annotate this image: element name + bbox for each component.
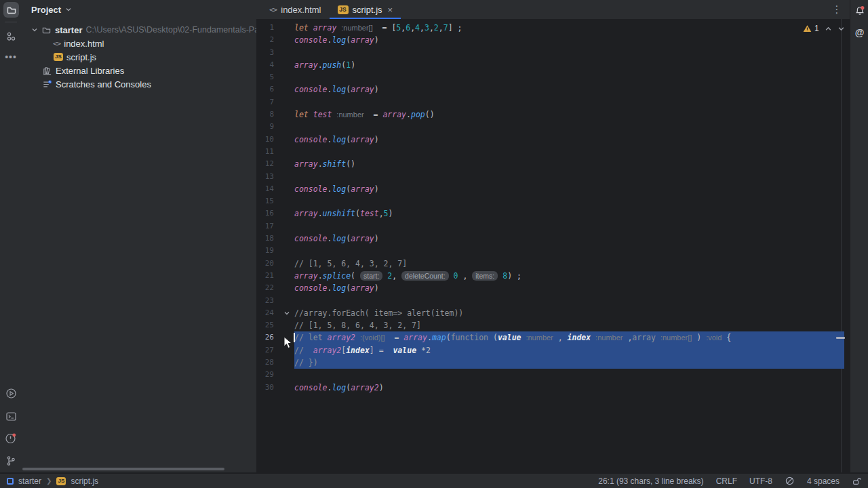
line-number[interactable]: 28 (256, 357, 274, 369)
code-line-6[interactable]: 6console.log(array) (256, 83, 850, 96)
line-number[interactable]: 17 (256, 220, 274, 232)
code-line-19[interactable]: 19 (256, 245, 850, 257)
project-tool-window-button[interactable] (3, 2, 19, 18)
code-line-29[interactable]: 29 (256, 369, 850, 381)
code-line-23[interactable]: 23 (256, 295, 850, 307)
run-button[interactable] (0, 385, 22, 401)
file-encoding[interactable]: UTF-8 (749, 476, 772, 486)
code-line-26[interactable]: 26// let array2 :(void)[] = array.map(fu… (256, 331, 850, 344)
code-line-30[interactable]: 30console.log(array2) (256, 382, 850, 394)
tree-item-external-libraries[interactable]: External Libraries (22, 64, 256, 77)
tree-item-script-js[interactable]: JS script.js (22, 50, 256, 64)
code-line-1[interactable]: 1let array :number[] = [5,6,4,3,2,7] ; (256, 22, 850, 34)
code-lines: 1let array :number[] = [5,6,4,3,2,7] ;2c… (256, 22, 850, 394)
code-line-18[interactable]: 18console.log(array) (256, 232, 850, 245)
tab-script-js[interactable]: JS script.js × (330, 0, 401, 19)
line-separator[interactable]: CRLF (716, 476, 737, 486)
code-line-3[interactable]: 3 (256, 47, 850, 59)
line-number[interactable]: 18 (256, 232, 274, 245)
line-number[interactable]: 6 (256, 83, 274, 96)
code-line-24[interactable]: 24//array.forEach( item=> alert(item)) (256, 307, 850, 319)
lock-icon[interactable] (852, 476, 861, 486)
line-number[interactable]: 16 (256, 207, 274, 220)
breadcrumb-project[interactable]: starter (18, 476, 41, 486)
tree-item-starter[interactable]: starter C:\Users\ASUS\Desktop\02-Fundame… (22, 23, 256, 37)
line-number[interactable]: 10 (256, 134, 274, 146)
line-number[interactable]: 23 (256, 295, 274, 307)
code-line-10[interactable]: 10console.log(array) (256, 134, 850, 146)
code-line-20[interactable]: 20// [1, 5, 6, 4, 3, 2, 7] (256, 258, 850, 270)
code-text: // [1, 5, 6, 4, 3, 2, 7] (294, 258, 407, 270)
line-number[interactable]: 14 (256, 183, 274, 195)
line-number[interactable]: 30 (256, 382, 274, 394)
line-number[interactable]: 19 (256, 245, 274, 257)
more-options-icon[interactable]: ⋮ (829, 0, 845, 19)
code-line-21[interactable]: 21array.splice( start: 2, deleteCount: 0… (256, 270, 850, 282)
close-tab-icon[interactable]: × (388, 5, 393, 15)
problems-button[interactable] (0, 430, 22, 447)
next-problem-icon[interactable] (837, 25, 845, 33)
tree-item-index-html[interactable]: <> index.html (22, 37, 256, 50)
inspection-widget[interactable]: 1 (803, 23, 845, 34)
selection-highlight (294, 357, 844, 369)
tab-index-html[interactable]: <> index.html (261, 0, 330, 19)
code-text: // }) (294, 357, 318, 369)
code-line-4[interactable]: 4array.push(1) (256, 59, 850, 71)
line-number[interactable]: 7 (256, 96, 274, 108)
line-number[interactable]: 25 (256, 319, 274, 331)
code-line-14[interactable]: 14console.log(array) (256, 183, 850, 195)
horizontal-scrollbar[interactable] (22, 468, 224, 470)
line-number[interactable]: 11 (256, 146, 274, 158)
chevron-down-icon[interactable] (31, 26, 38, 33)
caret-position[interactable]: 26:1 (93 chars, 3 line breaks) (598, 476, 703, 486)
code-line-15[interactable]: 15 (256, 195, 850, 207)
highlighting-level-icon[interactable] (785, 476, 795, 486)
line-number[interactable]: 21 (256, 270, 274, 282)
code-line-8[interactable]: 8let test :number = array.pop() (256, 108, 850, 121)
code-line-22[interactable]: 22console.log(array) (256, 282, 850, 294)
warning-icon (803, 24, 812, 33)
breadcrumb-file[interactable]: script.js (71, 476, 98, 486)
structure-button[interactable] (0, 28, 22, 45)
code-line-12[interactable]: 12array.shift() (256, 158, 850, 170)
code-line-27[interactable]: 27// array2[index] = value *2 (256, 344, 850, 357)
code-editor[interactable]: 1let array :number[] = [5,6,4,3,2,7] ;2c… (256, 19, 850, 472)
line-number[interactable]: 29 (256, 369, 274, 381)
line-number[interactable]: 5 (256, 71, 274, 83)
line-number[interactable]: 1 (256, 22, 274, 34)
project-selector[interactable]: Project (31, 0, 72, 19)
more-tool-windows-button[interactable]: ••• (0, 49, 22, 65)
ai-assistant-button[interactable]: @ (850, 24, 868, 41)
line-number[interactable]: 2 (256, 34, 274, 46)
code-line-11[interactable]: 11 (256, 146, 850, 158)
caret-stripe-mark[interactable] (836, 337, 845, 339)
code-line-5[interactable]: 5 (256, 71, 850, 83)
code-line-25[interactable]: 25// [1, 5, 8, 6, 4, 3, 2, 7] (256, 319, 850, 331)
code-line-9[interactable]: 9 (256, 121, 850, 133)
line-number[interactable]: 8 (256, 108, 274, 121)
line-number[interactable]: 15 (256, 195, 274, 207)
line-number[interactable]: 20 (256, 258, 274, 270)
line-number[interactable]: 4 (256, 59, 274, 71)
line-number[interactable]: 24 (256, 307, 274, 319)
version-control-button[interactable] (0, 453, 22, 469)
indent-setting[interactable]: 4 spaces (807, 476, 840, 486)
prev-problem-icon[interactable] (825, 25, 832, 33)
code-line-2[interactable]: 2console.log(array) (256, 34, 850, 46)
line-number[interactable]: 27 (256, 344, 274, 357)
line-number[interactable]: 9 (256, 121, 274, 133)
code-line-7[interactable]: 7 (256, 96, 850, 108)
notifications-button[interactable] (850, 3, 868, 19)
tree-item-scratches[interactable]: Scratches and Consoles (22, 77, 256, 91)
line-number[interactable]: 3 (256, 47, 274, 59)
line-number[interactable]: 22 (256, 282, 274, 294)
code-line-28[interactable]: 28// }) (256, 357, 850, 369)
line-number[interactable]: 12 (256, 158, 274, 170)
line-number[interactable]: 13 (256, 171, 274, 183)
code-line-13[interactable]: 13 (256, 171, 850, 183)
fold-chevron-icon[interactable] (283, 310, 290, 317)
line-number[interactable]: 26 (256, 331, 274, 344)
code-line-17[interactable]: 17 (256, 220, 850, 232)
code-line-16[interactable]: 16array.unshift(test,5) (256, 207, 850, 220)
terminal-button[interactable] (0, 408, 22, 424)
